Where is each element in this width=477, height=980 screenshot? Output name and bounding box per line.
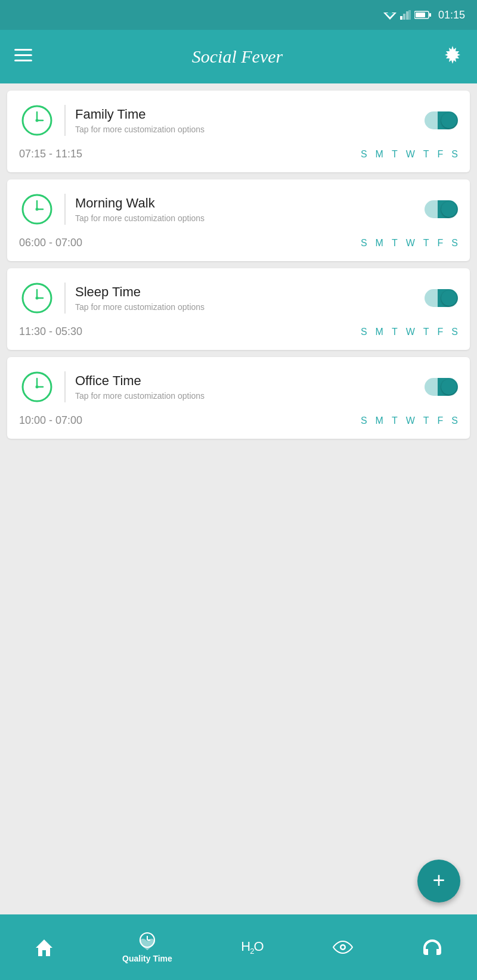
day-label: M (376, 238, 383, 249)
day-label: W (406, 327, 415, 337)
app-header: Social Fever (0, 30, 477, 83)
eye-icon (332, 940, 354, 954)
schedule-card-office-time[interactable]: Office Time Tap for more customization o… (7, 357, 470, 439)
day-label: S (451, 327, 458, 337)
svg-marker-30 (36, 939, 52, 956)
toggle-knob (441, 290, 457, 306)
app-title: Social Fever (192, 46, 283, 67)
nav-eye[interactable] (332, 940, 354, 954)
main-content: Family Time Tap for more customization o… (0, 83, 477, 914)
day-label: S (361, 415, 367, 426)
clock-icon-container (19, 103, 55, 138)
schedule-card-family-time[interactable]: Family Time Tap for more customization o… (7, 91, 470, 172)
card-info: Sleep Time Tap for more customization op… (75, 284, 425, 312)
schedule-subtitle: Tap for more customization options (75, 125, 425, 134)
card-footer: 07:15 - 11:15 SMTWTFS (19, 148, 458, 160)
day-label: T (423, 327, 429, 337)
day-label: T (392, 149, 398, 160)
day-label: S (451, 415, 458, 426)
day-label: T (392, 415, 398, 426)
day-label: M (376, 149, 383, 160)
toggle-switch[interactable] (425, 289, 458, 307)
svg-rect-6 (408, 10, 411, 20)
battery-icon (414, 11, 431, 19)
days-row: SMTWTFS (361, 238, 458, 249)
card-info: Morning Walk Tap for more customization … (75, 196, 425, 223)
day-label: W (406, 415, 415, 426)
day-label: M (376, 415, 383, 426)
time-range: 06:00 - 07:00 (19, 237, 82, 249)
svg-point-29 (36, 386, 39, 389)
svg-rect-10 (14, 49, 32, 51)
schedule-title: Office Time (75, 373, 425, 389)
svg-point-25 (36, 297, 39, 300)
days-row: SMTWTFS (361, 327, 458, 337)
day-label: T (392, 238, 398, 249)
card-header: Sleep Time Tap for more customization op… (19, 280, 458, 316)
status-time: 01:15 (438, 9, 465, 21)
toggle-knob (441, 113, 457, 128)
status-bar: 01:15 (0, 0, 477, 30)
card-header: Family Time Tap for more customization o… (19, 103, 458, 138)
days-row: SMTWTFS (361, 415, 458, 426)
status-icons: 01:15 (383, 9, 465, 21)
schedule-card-sleep-time[interactable]: Sleep Time Tap for more customization op… (7, 268, 470, 350)
time-range: 10:00 - 07:00 (19, 414, 82, 427)
day-label: T (423, 238, 429, 249)
time-range: 11:30 - 05:30 (19, 325, 82, 338)
svg-rect-5 (406, 11, 408, 20)
schedule-card-morning-walk[interactable]: Morning Walk Tap for more customization … (7, 179, 470, 261)
day-label: S (361, 238, 367, 249)
svg-point-21 (36, 208, 39, 211)
toggle-switch[interactable] (425, 378, 458, 396)
nav-quality-time[interactable]: Quality Time (122, 931, 172, 963)
svg-rect-8 (429, 13, 431, 17)
clock-icon-container (19, 280, 55, 316)
day-label: T (423, 415, 429, 426)
card-divider (64, 371, 66, 402)
day-label: W (406, 149, 415, 160)
bottom-navigation: Quality Time H2O (0, 914, 477, 980)
schedule-subtitle: Tap for more customization options (75, 391, 425, 401)
card-footer: 10:00 - 07:00 SMTWTFS (19, 414, 458, 427)
add-schedule-fab[interactable]: + (417, 860, 460, 903)
card-footer: 06:00 - 07:00 SMTWTFS (19, 237, 458, 249)
heart-clock-icon (137, 931, 158, 951)
schedule-title: Family Time (75, 107, 425, 122)
day-label: T (392, 327, 398, 337)
headphones-icon (422, 938, 442, 956)
day-label: W (406, 238, 415, 249)
clock-icon (21, 283, 52, 314)
nav-headphones[interactable] (422, 938, 442, 956)
schedule-title: Sleep Time (75, 284, 425, 300)
svg-rect-9 (416, 13, 425, 17)
card-divider (64, 194, 66, 225)
svg-rect-12 (14, 60, 32, 61)
time-range: 07:15 - 11:15 (19, 148, 82, 160)
day-label: S (361, 327, 367, 337)
toggle-switch[interactable] (425, 111, 458, 129)
svg-point-17 (36, 119, 39, 122)
card-divider (64, 283, 66, 314)
toggle-switch[interactable] (425, 200, 458, 218)
card-header: Office Time Tap for more customization o… (19, 369, 458, 405)
card-info: Family Time Tap for more customization o… (75, 107, 425, 134)
clock-icon-container (19, 191, 55, 227)
days-row: SMTWTFS (361, 149, 458, 160)
svg-point-35 (341, 946, 344, 949)
quality-time-label: Quality Time (122, 954, 172, 963)
day-label: F (438, 238, 444, 249)
schedule-subtitle: Tap for more customization options (75, 213, 425, 223)
schedule-subtitle: Tap for more customization options (75, 302, 425, 312)
card-footer: 11:30 - 05:30 SMTWTFS (19, 325, 458, 338)
home-icon (35, 938, 54, 956)
hamburger-menu-button[interactable] (14, 48, 32, 66)
svg-rect-11 (14, 54, 32, 56)
day-label: F (438, 327, 444, 337)
settings-button[interactable] (442, 45, 463, 69)
day-label: S (451, 238, 458, 249)
nav-h2o[interactable]: H2O (241, 939, 263, 956)
day-label: F (438, 149, 444, 160)
toggle-knob (441, 379, 457, 395)
nav-home[interactable] (35, 938, 54, 956)
